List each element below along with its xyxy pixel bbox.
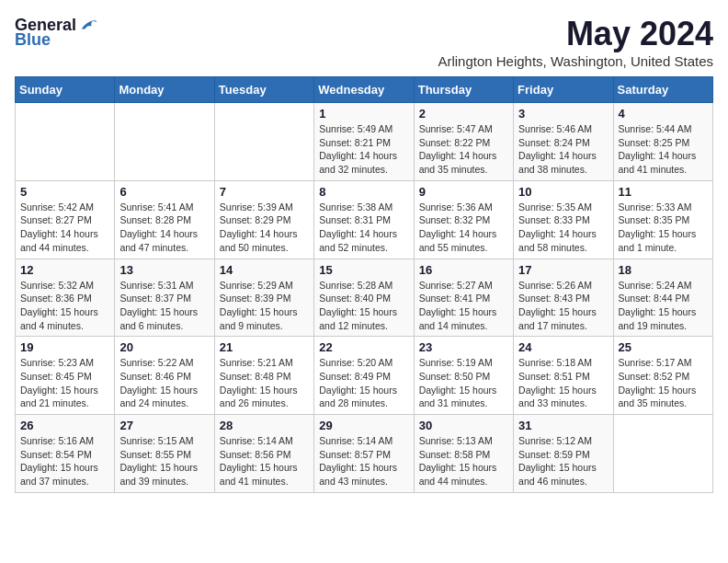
- day-number: 18: [619, 263, 708, 277]
- calendar-day-cell: 16Sunrise: 5:27 AM Sunset: 8:41 PM Dayli…: [414, 259, 513, 337]
- day-sun-info: Sunrise: 5:29 AM Sunset: 8:39 PM Dayligh…: [220, 279, 309, 333]
- calendar-day-cell: [115, 103, 214, 181]
- day-sun-info: Sunrise: 5:35 AM Sunset: 8:33 PM Dayligh…: [518, 201, 608, 255]
- page-header: General Blue May 2024 Arlington Heights,…: [15, 15, 713, 69]
- calendar-week-row: 12Sunrise: 5:32 AM Sunset: 8:36 PM Dayli…: [16, 259, 713, 337]
- calendar-day-cell: 7Sunrise: 5:39 AM Sunset: 8:29 PM Daylig…: [214, 180, 313, 259]
- day-of-week-header: Friday: [514, 77, 613, 103]
- day-sun-info: Sunrise: 5:14 AM Sunset: 8:57 PM Dayligh…: [319, 434, 408, 488]
- calendar-day-cell: [214, 103, 313, 181]
- day-number: 17: [518, 263, 608, 277]
- calendar-week-row: 19Sunrise: 5:23 AM Sunset: 8:45 PM Dayli…: [16, 337, 713, 415]
- calendar-day-cell: [16, 103, 115, 181]
- calendar-day-cell: 12Sunrise: 5:32 AM Sunset: 8:36 PM Dayli…: [16, 259, 115, 337]
- calendar-day-cell: 9Sunrise: 5:36 AM Sunset: 8:32 PM Daylig…: [414, 180, 513, 259]
- calendar-day-cell: 29Sunrise: 5:14 AM Sunset: 8:57 PM Dayli…: [314, 415, 414, 493]
- day-number: 5: [20, 185, 109, 199]
- day-number: 9: [419, 185, 508, 199]
- calendar-day-cell: 8Sunrise: 5:38 AM Sunset: 8:31 PM Daylig…: [314, 180, 414, 259]
- calendar-day-cell: 20Sunrise: 5:22 AM Sunset: 8:46 PM Dayli…: [115, 337, 214, 415]
- calendar-day-cell: 28Sunrise: 5:14 AM Sunset: 8:56 PM Dayli…: [214, 415, 313, 493]
- day-sun-info: Sunrise: 5:41 AM Sunset: 8:28 PM Dayligh…: [119, 201, 209, 255]
- calendar-day-cell: 11Sunrise: 5:33 AM Sunset: 8:35 PM Dayli…: [613, 180, 712, 259]
- calendar-day-cell: 18Sunrise: 5:24 AM Sunset: 8:44 PM Dayli…: [613, 259, 712, 337]
- day-sun-info: Sunrise: 5:26 AM Sunset: 8:43 PM Dayligh…: [518, 279, 608, 333]
- logo-blue-text: Blue: [15, 31, 51, 48]
- calendar-day-cell: 22Sunrise: 5:20 AM Sunset: 8:49 PM Dayli…: [314, 337, 414, 415]
- day-number: 27: [119, 419, 209, 432]
- calendar-day-cell: 31Sunrise: 5:12 AM Sunset: 8:59 PM Dayli…: [514, 415, 613, 493]
- day-number: 1: [319, 107, 408, 121]
- month-year-title: May 2024: [438, 15, 713, 53]
- day-number: 6: [119, 185, 209, 199]
- day-number: 4: [619, 107, 708, 121]
- calendar-day-cell: [613, 415, 712, 493]
- calendar-day-cell: 1Sunrise: 5:49 AM Sunset: 8:21 PM Daylig…: [314, 103, 414, 181]
- day-number: 25: [619, 340, 708, 354]
- calendar-week-row: 1Sunrise: 5:49 AM Sunset: 8:21 PM Daylig…: [16, 103, 713, 181]
- calendar-day-cell: 17Sunrise: 5:26 AM Sunset: 8:43 PM Dayli…: [514, 259, 613, 337]
- calendar-day-cell: 6Sunrise: 5:41 AM Sunset: 8:28 PM Daylig…: [115, 180, 214, 259]
- calendar-day-cell: 4Sunrise: 5:44 AM Sunset: 8:25 PM Daylig…: [613, 103, 712, 181]
- day-sun-info: Sunrise: 5:39 AM Sunset: 8:29 PM Dayligh…: [220, 201, 309, 255]
- day-of-week-header: Wednesday: [314, 77, 414, 103]
- day-sun-info: Sunrise: 5:49 AM Sunset: 8:21 PM Dayligh…: [319, 122, 408, 177]
- day-number: 21: [220, 340, 309, 354]
- day-sun-info: Sunrise: 5:17 AM Sunset: 8:52 PM Dayligh…: [619, 356, 708, 410]
- calendar-day-cell: 27Sunrise: 5:15 AM Sunset: 8:55 PM Dayli…: [115, 415, 214, 493]
- day-sun-info: Sunrise: 5:20 AM Sunset: 8:49 PM Dayligh…: [319, 356, 408, 410]
- day-sun-info: Sunrise: 5:38 AM Sunset: 8:31 PM Dayligh…: [319, 201, 408, 255]
- day-number: 16: [419, 263, 508, 277]
- day-number: 12: [20, 263, 109, 277]
- day-of-week-header: Thursday: [414, 77, 513, 103]
- calendar-day-cell: 5Sunrise: 5:42 AM Sunset: 8:27 PM Daylig…: [16, 180, 115, 259]
- calendar-day-cell: 25Sunrise: 5:17 AM Sunset: 8:52 PM Dayli…: [613, 337, 712, 415]
- day-sun-info: Sunrise: 5:44 AM Sunset: 8:25 PM Dayligh…: [619, 122, 708, 177]
- day-number: 23: [419, 340, 508, 354]
- title-area: May 2024 Arlington Heights, Washington, …: [438, 15, 713, 69]
- calendar-day-cell: 3Sunrise: 5:46 AM Sunset: 8:24 PM Daylig…: [514, 103, 613, 181]
- day-sun-info: Sunrise: 5:36 AM Sunset: 8:32 PM Dayligh…: [419, 201, 508, 255]
- day-number: 8: [319, 185, 408, 199]
- day-sun-info: Sunrise: 5:22 AM Sunset: 8:46 PM Dayligh…: [119, 356, 209, 410]
- day-number: 22: [319, 340, 408, 354]
- location-subtitle: Arlington Heights, Washington, United St…: [438, 53, 713, 69]
- calendar-day-cell: 2Sunrise: 5:47 AM Sunset: 8:22 PM Daylig…: [414, 103, 513, 181]
- logo: General Blue: [15, 15, 98, 48]
- day-number: 31: [518, 419, 608, 432]
- day-sun-info: Sunrise: 5:47 AM Sunset: 8:22 PM Dayligh…: [419, 122, 508, 177]
- day-number: 29: [319, 419, 408, 432]
- day-number: 15: [319, 263, 408, 277]
- logo-bird-icon: [78, 15, 98, 35]
- calendar-day-cell: 19Sunrise: 5:23 AM Sunset: 8:45 PM Dayli…: [16, 337, 115, 415]
- day-number: 14: [220, 263, 309, 277]
- day-sun-info: Sunrise: 5:31 AM Sunset: 8:37 PM Dayligh…: [119, 279, 209, 333]
- day-sun-info: Sunrise: 5:15 AM Sunset: 8:55 PM Dayligh…: [119, 434, 209, 488]
- day-number: 11: [619, 185, 708, 199]
- calendar-week-row: 26Sunrise: 5:16 AM Sunset: 8:54 PM Dayli…: [16, 415, 713, 493]
- calendar-day-cell: 30Sunrise: 5:13 AM Sunset: 8:58 PM Dayli…: [414, 415, 513, 493]
- calendar-day-cell: 10Sunrise: 5:35 AM Sunset: 8:33 PM Dayli…: [514, 180, 613, 259]
- day-number: 2: [419, 107, 508, 121]
- day-number: 28: [220, 419, 309, 432]
- day-sun-info: Sunrise: 5:19 AM Sunset: 8:50 PM Dayligh…: [419, 356, 508, 410]
- day-number: 7: [220, 185, 309, 199]
- day-sun-info: Sunrise: 5:46 AM Sunset: 8:24 PM Dayligh…: [518, 122, 608, 177]
- day-of-week-header: Saturday: [613, 77, 712, 103]
- calendar-header-row: SundayMondayTuesdayWednesdayThursdayFrid…: [16, 77, 713, 103]
- calendar-table: SundayMondayTuesdayWednesdayThursdayFrid…: [15, 76, 713, 493]
- calendar-day-cell: 26Sunrise: 5:16 AM Sunset: 8:54 PM Dayli…: [16, 415, 115, 493]
- day-number: 3: [518, 107, 608, 121]
- calendar-day-cell: 14Sunrise: 5:29 AM Sunset: 8:39 PM Dayli…: [214, 259, 313, 337]
- day-number: 24: [518, 340, 608, 354]
- day-sun-info: Sunrise: 5:33 AM Sunset: 8:35 PM Dayligh…: [619, 201, 708, 255]
- day-sun-info: Sunrise: 5:12 AM Sunset: 8:59 PM Dayligh…: [518, 434, 608, 488]
- day-of-week-header: Sunday: [16, 77, 115, 103]
- day-number: 30: [419, 419, 508, 432]
- day-number: 26: [20, 419, 109, 432]
- day-number: 13: [119, 263, 209, 277]
- day-sun-info: Sunrise: 5:42 AM Sunset: 8:27 PM Dayligh…: [20, 201, 109, 255]
- calendar-day-cell: 23Sunrise: 5:19 AM Sunset: 8:50 PM Dayli…: [414, 337, 513, 415]
- day-sun-info: Sunrise: 5:14 AM Sunset: 8:56 PM Dayligh…: [220, 434, 309, 488]
- day-number: 10: [518, 185, 608, 199]
